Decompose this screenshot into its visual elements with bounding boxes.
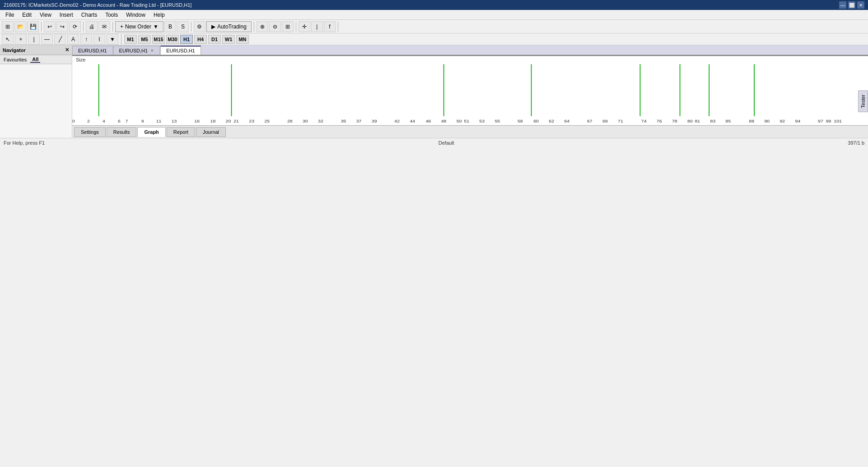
tf-m5[interactable]: M5 (138, 35, 151, 44)
minimize-button[interactable]: — (839, 1, 846, 9)
tab-settings-label: Settings (81, 129, 99, 135)
svg-text:7: 7 (126, 119, 128, 123)
trendline-tool[interactable]: ╱ (54, 34, 66, 45)
tester-tab-label: Tester (860, 94, 866, 108)
svg-text:97: 97 (818, 119, 823, 123)
indicators-button[interactable]: f (324, 21, 336, 32)
menu-charts[interactable]: Charts (78, 11, 101, 19)
svg-text:83: 83 (710, 119, 716, 123)
chart-tab-2[interactable]: EURUSD,H1 ✕ (113, 46, 160, 55)
menu-insert[interactable]: Insert (56, 11, 77, 19)
svg-text:6: 6 (118, 119, 121, 123)
tf-h4[interactable]: H4 (194, 35, 207, 44)
svg-text:18: 18 (210, 119, 216, 123)
navigator-close[interactable]: ✕ (65, 47, 69, 53)
tab-journal[interactable]: Journal (196, 127, 226, 137)
svg-text:9: 9 (141, 119, 144, 123)
svg-text:39: 39 (372, 119, 377, 123)
chart-tab-2-label: EURUSD,H1 (119, 48, 148, 53)
new-chart-button[interactable]: ⊞ (2, 21, 14, 32)
tf-m30[interactable]: M30 (166, 35, 179, 44)
chart-tab-3-label: EURUSD,H1 (166, 48, 195, 53)
chart-tab-1[interactable]: EURUSD,H1 (72, 46, 113, 55)
text-tool[interactable]: A (67, 34, 79, 45)
toolbar2: ↖ + | — ╱ A ↑ ⌇ ▼ M1 M5 M15 M30 H1 H4 D1… (0, 33, 868, 45)
tab-report[interactable]: Report (167, 127, 195, 137)
tf-w1[interactable]: W1 (222, 35, 235, 44)
crosshair-button[interactable]: ✛ (299, 21, 310, 32)
hline-tool[interactable]: — (41, 34, 53, 45)
new-order-chevron: ▼ (153, 24, 159, 30)
tab-report-label: Report (173, 129, 188, 135)
svg-rect-5 (72, 64, 842, 116)
cursor-tool[interactable]: ↖ (2, 34, 14, 45)
separator3 (112, 22, 113, 32)
maximize-button[interactable]: ⬜ (848, 1, 855, 9)
menu-file[interactable]: File (2, 11, 18, 19)
svg-text:67: 67 (587, 119, 593, 123)
tf-m1[interactable]: M1 (124, 35, 137, 44)
open-button[interactable]: 📂 (14, 21, 26, 32)
draw-more[interactable]: ▼ (107, 34, 118, 45)
crosshair-tool[interactable]: + (15, 34, 27, 45)
svg-text:64: 64 (564, 119, 569, 123)
email-button[interactable]: ✉ (98, 21, 110, 32)
chart-tab-3[interactable]: EURUSD,H1 (160, 46, 201, 55)
refresh-button[interactable]: ⟳ (69, 21, 81, 32)
arrow-tool[interactable]: ↑ (80, 34, 92, 45)
navigator-panel: Navigator ✕ Favourites All (0, 45, 72, 138)
tf-mn[interactable]: MN (236, 35, 249, 44)
svg-text:92: 92 (780, 119, 785, 123)
svg-text:42: 42 (394, 119, 400, 123)
tab-graph[interactable]: Graph (137, 127, 165, 137)
line-tool[interactable]: | (28, 34, 40, 45)
buy-button[interactable]: B (164, 21, 176, 32)
svg-text:48: 48 (441, 119, 447, 123)
chart-main-wrapper: EURUSD,H1 EURUSD,H1 ✕ EURUSD,H1 ✕ Balanc… (72, 45, 868, 138)
title-bar: 21600175: ICMarketsSC-Demo02 - Demo Acco… (0, 0, 868, 10)
tester-side-tab[interactable]: Tester (858, 90, 868, 112)
close-button[interactable]: ✕ (857, 1, 864, 9)
tab-results[interactable]: Results (107, 127, 137, 137)
sell-button[interactable]: S (177, 21, 189, 32)
zoom-out-button[interactable]: ⊖ (269, 21, 281, 32)
svg-text:80: 80 (687, 119, 693, 123)
svg-text:85: 85 (726, 119, 731, 123)
nav-tab-all[interactable]: All (30, 57, 40, 63)
print-button[interactable]: 🖨 (86, 21, 98, 32)
svg-text:37: 37 (356, 119, 362, 123)
svg-text:74: 74 (641, 119, 647, 123)
period-separators-button[interactable]: | (311, 21, 323, 32)
tf-d1[interactable]: D1 (208, 35, 221, 44)
nav-tab-favorites[interactable]: Favourites (2, 57, 28, 62)
separator5 (254, 22, 254, 32)
new-order-button[interactable]: + New Order ▼ (115, 21, 163, 32)
x-axis-svg: 0 2 4 6 7 9 11 13 16 18 20 21 23 25 28 3… (72, 116, 842, 125)
window-controls: — ⬜ ✕ (839, 1, 864, 9)
menu-help[interactable]: Help (150, 11, 168, 19)
chart-tab-2-close[interactable]: ✕ (150, 48, 154, 53)
auto-trading-button[interactable]: ▶ AutoTrading (206, 21, 252, 32)
expert-properties-button[interactable]: ⚙ (194, 21, 205, 32)
svg-text:20: 20 (226, 119, 231, 123)
svg-text:35: 35 (341, 119, 346, 123)
save-button[interactable]: 💾 (27, 21, 39, 32)
svg-text:71: 71 (618, 119, 623, 123)
redo-button[interactable]: ↪ (56, 21, 68, 32)
menu-tools[interactable]: Tools (102, 11, 121, 19)
svg-text:46: 46 (426, 119, 431, 123)
size-chart-svg (72, 64, 842, 116)
tab-settings[interactable]: Settings (74, 127, 106, 137)
menu-window[interactable]: Window (122, 11, 149, 19)
separator6 (296, 22, 296, 32)
fib-tool[interactable]: ⌇ (93, 34, 105, 45)
menu-edit[interactable]: Edit (19, 11, 35, 19)
undo-button[interactable]: ↩ (44, 21, 56, 32)
zoom-in-button[interactable]: ⊕ (257, 21, 268, 32)
tf-h1[interactable]: H1 (180, 35, 193, 44)
fit-button[interactable]: ⊞ (282, 21, 294, 32)
tf-m15[interactable]: M15 (152, 35, 165, 44)
menu-view[interactable]: View (36, 11, 55, 19)
svg-text:44: 44 (410, 119, 415, 123)
status-help: For Help, press F1 (4, 140, 45, 146)
